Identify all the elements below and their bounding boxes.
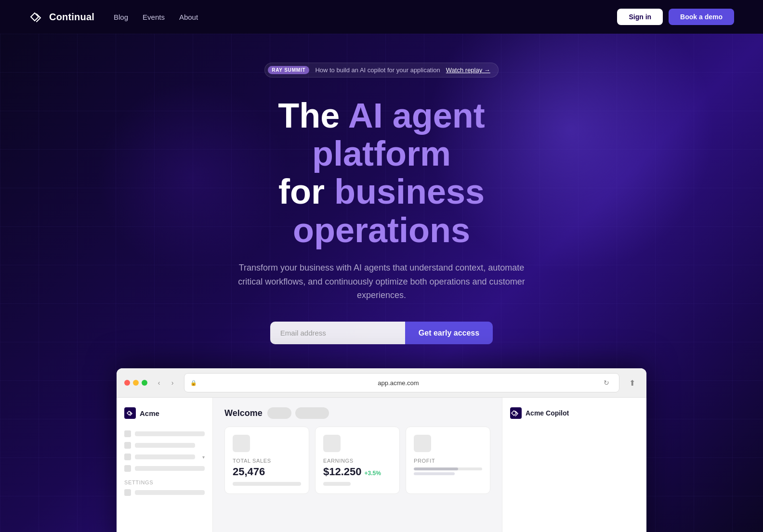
copilot-header: Acme Copilot <box>510 407 639 419</box>
sidebar-skeleton: ▾ <box>124 430 205 472</box>
metric-icon-earnings <box>323 435 341 452</box>
metric-skel-earnings <box>323 482 351 486</box>
metric-value-earnings: $12.250 <box>323 466 362 478</box>
sidebar-line <box>135 443 195 448</box>
nav-arrows: ‹ › <box>153 377 178 389</box>
email-input[interactable] <box>270 322 405 344</box>
sidebar-icon <box>124 442 131 449</box>
copilot-title: Acme Copilot <box>526 409 569 417</box>
logo[interactable]: Continual <box>29 9 94 25</box>
close-button-tl[interactable] <box>124 380 130 386</box>
metric-skel-sales <box>233 482 301 486</box>
logo-text: Continual <box>49 12 94 23</box>
metric-card-earnings: EARNINGS $12.250 +3.5% <box>315 427 400 494</box>
hero-subtitle: Transform your business with AI agents t… <box>232 261 531 302</box>
sidebar-item <box>124 442 205 449</box>
nav-links: Blog Events About <box>114 13 198 21</box>
welcome-pill-1 <box>267 407 291 419</box>
copilot-logo-icon <box>510 407 522 419</box>
sidebar-icon <box>124 454 131 460</box>
metric-label-profit: PROFIT <box>414 458 482 464</box>
sidebar-line <box>135 454 195 459</box>
metric-card-sales: TOTAL SALES 25,476 <box>224 427 309 494</box>
browser-section: ‹ › 🔒 app.acme.com ↻ ⬆ <box>0 368 763 532</box>
sidebar-line <box>135 466 205 471</box>
address-bar[interactable]: 🔒 app.acme.com ↻ <box>184 373 619 392</box>
hero-title: The AI agent platform for business opera… <box>223 97 540 249</box>
sidebar-item-dropdown[interactable]: ▾ <box>124 454 205 460</box>
sidebar-logo: Acme <box>124 407 205 419</box>
title-part2: for <box>278 172 334 211</box>
app-sidebar: Acme ▾ <box>117 398 213 532</box>
hero-content: The AI agent platform for business opera… <box>213 97 550 373</box>
welcome-pill-2 <box>295 407 329 419</box>
address-text: app.acme.com <box>200 379 597 387</box>
app-main: Welcome TOTAL SALES 25,476 <box>213 398 502 532</box>
bar-track <box>414 467 482 470</box>
nav-left: Continual Blog Events About <box>29 9 198 25</box>
welcome-header: Welcome <box>224 407 490 419</box>
watch-replay-link[interactable]: Watch replay → <box>446 66 490 74</box>
minimize-button-tl[interactable] <box>133 380 139 386</box>
metric-label-earnings: EARNINGS <box>323 458 392 464</box>
sidebar-logo-icon <box>124 407 136 419</box>
metric-label-sales: TOTAL SALES <box>233 458 301 464</box>
sidebar-icon <box>124 430 131 437</box>
share-icon[interactable]: ⬆ <box>625 376 639 389</box>
nav-events[interactable]: Events <box>143 13 165 21</box>
nav-about[interactable]: About <box>179 13 198 21</box>
forward-arrow[interactable]: › <box>167 377 178 389</box>
sidebar-line <box>135 431 205 436</box>
refresh-icon[interactable]: ↻ <box>600 376 613 389</box>
get-early-access-button[interactable]: Get early access <box>405 322 493 344</box>
settings-section-label: Settings <box>124 480 205 485</box>
traffic-lights <box>124 380 147 386</box>
welcome-title: Welcome <box>224 408 263 418</box>
metric-icon-sales <box>233 435 250 452</box>
title-part1: The <box>278 96 348 135</box>
announcement-banner[interactable]: RAY SUMMIT How to build an AI copilot fo… <box>264 63 499 78</box>
bar-sub <box>414 472 455 475</box>
metrics-grid: TOTAL SALES 25,476 EARNINGS $12.250 +3.5… <box>224 427 490 494</box>
hero-section: RAY SUMMIT How to build an AI copilot fo… <box>0 34 763 532</box>
sidebar-item <box>124 465 205 472</box>
sidebar-logo-text: Acme <box>140 409 159 417</box>
signin-button[interactable]: Sign in <box>617 9 663 25</box>
navbar: Continual Blog Events About Sign in Book… <box>0 0 763 34</box>
settings-icon <box>124 489 131 496</box>
chevron-down-icon: ▾ <box>202 454 205 460</box>
banner-text: How to build an AI copilot for your appl… <box>315 66 440 74</box>
browser-toolbar: ‹ › 🔒 app.acme.com ↻ ⬆ <box>117 368 646 398</box>
metric-bar-profit <box>414 467 482 475</box>
lock-icon: 🔒 <box>190 380 197 386</box>
metric-badge-earnings: +3.5% <box>365 470 381 477</box>
nav-blog[interactable]: Blog <box>114 13 128 21</box>
fullscreen-button-tl[interactable] <box>142 380 147 386</box>
banner-badge: RAY SUMMIT <box>268 66 309 74</box>
metric-value-row: $12.250 +3.5% <box>323 466 392 478</box>
hero-cta: Get early access <box>223 322 540 344</box>
metric-card-profit: PROFIT <box>406 427 490 494</box>
back-arrow[interactable]: ‹ <box>153 377 165 389</box>
sidebar-icon <box>124 465 131 472</box>
welcome-pills <box>267 407 329 419</box>
metric-icon-profit <box>414 435 431 452</box>
logo-icon <box>29 9 44 25</box>
browser-content: Acme ▾ <box>117 398 646 532</box>
book-demo-button[interactable]: Book a demo <box>669 9 734 25</box>
metric-value-sales: 25,476 <box>233 466 301 478</box>
bar-fill <box>414 467 458 470</box>
app-copilot-panel: Acme Copilot <box>502 398 646 532</box>
settings-line <box>135 490 205 495</box>
nav-right: Sign in Book a demo <box>617 9 734 25</box>
sidebar-item <box>124 430 205 437</box>
browser-window: ‹ › 🔒 app.acme.com ↻ ⬆ <box>117 368 646 532</box>
settings-item <box>124 489 205 496</box>
